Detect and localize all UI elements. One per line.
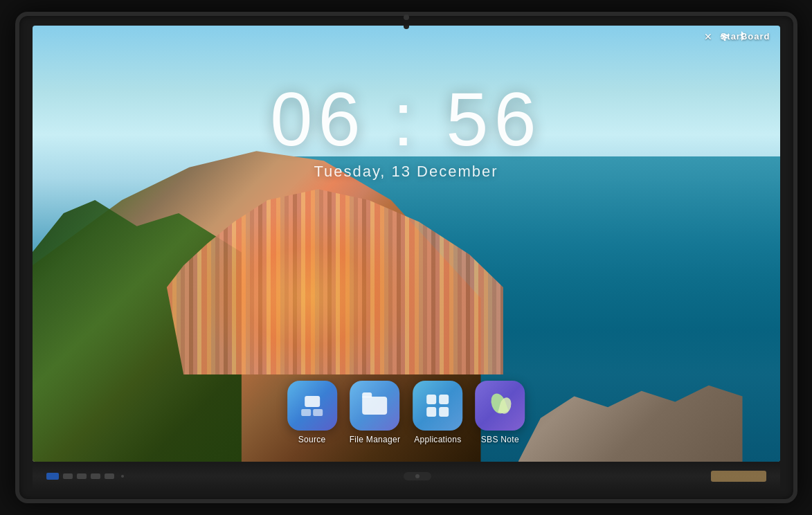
usb-port-5 [105, 473, 114, 479]
dock-item-applications[interactable]: Applications [413, 381, 462, 444]
indicator-dot [121, 475, 124, 478]
camera-indicator [415, 474, 419, 478]
source-small-2 [313, 409, 323, 416]
usb-port-1 [46, 473, 59, 480]
sbsnote-label: SBS Note [481, 435, 519, 444]
bezel-center-camera [404, 472, 431, 480]
usb-port-4 [91, 473, 100, 479]
source-row [301, 409, 323, 416]
status-bar: ✕ [704, 31, 746, 44]
dock: Source File Manager [287, 381, 525, 444]
screen: StarBoard ✕ 06 : 56 Tuesday, 13 December [33, 26, 780, 462]
bezel-indicator-bar [711, 471, 766, 482]
source-small-1 [301, 409, 311, 416]
bluetooth-icon [737, 31, 746, 44]
applications-label: Applications [414, 435, 461, 444]
source-label: Source [298, 435, 326, 444]
camera-dot [404, 15, 409, 20]
wifi-icon [719, 31, 730, 44]
app-sq-2 [439, 395, 449, 404]
apps-grid [426, 395, 449, 417]
dock-item-source[interactable]: Source [287, 381, 337, 444]
applications-icon [413, 381, 462, 431]
sbsnote-icon [475, 381, 525, 431]
source-screen [305, 396, 320, 407]
usb-port-3 [77, 473, 87, 479]
source-icon-inner [301, 396, 323, 416]
filemanager-label: File Manager [350, 435, 401, 444]
dock-item-sbsnote[interactable]: SBS Note [475, 381, 525, 444]
bottom-bezel [33, 463, 780, 489]
clock-area: 06 : 56 Tuesday, 13 December [270, 81, 541, 181]
app-sq-4 [439, 407, 449, 417]
clock-date: Tuesday, 13 December [270, 163, 541, 181]
dock-item-filemanager[interactable]: File Manager [350, 381, 401, 444]
background-glow [197, 209, 421, 383]
sbs-inner [486, 392, 514, 419]
fm-icon-inner [362, 397, 387, 415]
clock-time: 06 : 56 [270, 81, 541, 157]
filemanager-icon [350, 381, 399, 431]
usb-port-2 [63, 473, 73, 479]
app-sq-3 [426, 407, 436, 417]
folder-shape [362, 397, 387, 415]
source-icon [287, 381, 337, 431]
bezel-ports-left [46, 473, 124, 480]
app-sq-1 [426, 395, 436, 404]
mic-muted-icon: ✕ [704, 31, 712, 44]
device-frame: StarBoard ✕ 06 : 56 Tuesday, 13 December [15, 12, 797, 503]
